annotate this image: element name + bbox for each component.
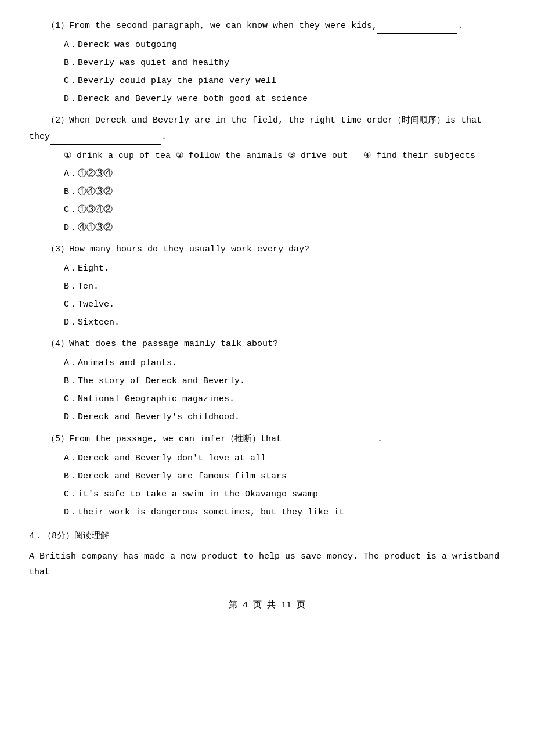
question-2-option-b: B．①④③②	[64, 184, 505, 200]
question-4-option-a: A．Animals and plants.	[64, 355, 505, 371]
question-4-text: （4）What does the passage mainly talk abo…	[29, 336, 505, 352]
question-5: （5）From the passage, we can infer（推断）tha…	[29, 431, 505, 520]
question-2-blank	[50, 128, 161, 145]
question-5-label: （5）From the passage, we can infer（推断）tha…	[46, 434, 383, 444]
question-3-label: （3）How many hours do they usually work e…	[46, 244, 309, 254]
section-4: 4．（8分）阅读理解 A British company has made a …	[29, 528, 505, 580]
question-3-option-d: D．Sixteen.	[64, 315, 505, 330]
question-1: （1）From the second paragraph, we can kno…	[29, 17, 505, 107]
section-4-intro: A British company has made a new product…	[29, 549, 505, 580]
question-2-subitems: ① drink a cup of tea ② follow the animal…	[64, 148, 505, 164]
question-4-option-d: D．Dereck and Beverly's childhood.	[64, 409, 505, 425]
question-3-option-a: A．Eight.	[64, 261, 505, 276]
question-2-text: （2）When Dereck and Beverly are in the fi…	[29, 113, 505, 145]
question-1-text: （1）From the second paragraph, we can kno…	[29, 17, 505, 34]
question-5-option-d: D．their work is dangerous sometimes, but…	[64, 505, 505, 520]
question-4-label: （4）What does the passage mainly talk abo…	[46, 339, 278, 349]
question-2-option-c: C．①③④②	[64, 202, 505, 218]
question-1-blank	[377, 17, 457, 34]
question-3-option-c: C．Twelve.	[64, 297, 505, 312]
question-4-option-c: C．National Geographic magazines.	[64, 391, 505, 407]
question-3-text: （3）How many hours do they usually work e…	[29, 242, 505, 257]
question-5-option-b: B．Dereck and Beverly are famous film sta…	[64, 469, 505, 484]
question-5-option-c: C．it's safe to take a swim in the Okavan…	[64, 487, 505, 502]
question-1-option-b: B．Beverly was quiet and healthy	[64, 55, 505, 71]
question-2: （2）When Dereck and Beverly are in the fi…	[29, 113, 505, 236]
question-5-blank	[287, 431, 377, 447]
question-1-option-d: D．Dereck and Beverly were both good at s…	[64, 91, 505, 107]
question-3: （3）How many hours do they usually work e…	[29, 242, 505, 330]
question-3-option-b: B．Ten.	[64, 279, 505, 294]
question-1-label: （1）From the second paragraph, we can kno…	[46, 21, 463, 31]
question-1-option-a: A．Dereck was outgoing	[64, 37, 505, 53]
question-2-option-a: A．①②③④	[64, 166, 505, 182]
question-4-option-b: B．The story of Dereck and Beverly.	[64, 373, 505, 389]
question-1-option-c: C．Beverly could play the piano very well	[64, 73, 505, 89]
question-4: （4）What does the passage mainly talk abo…	[29, 336, 505, 425]
page-footer: 第 4 页 共 11 页	[29, 597, 505, 613]
section-4-title: 4．（8分）阅读理解	[29, 528, 505, 544]
question-2-label: （2）When Dereck and Beverly are in the fi…	[29, 116, 482, 142]
question-5-option-a: A．Dereck and Beverly don't love at all	[64, 451, 505, 466]
page-number: 第 4 页 共 11 页	[229, 600, 305, 610]
question-2-option-d: D．④①③②	[64, 220, 505, 236]
question-5-text: （5）From the passage, we can infer（推断）tha…	[29, 431, 505, 447]
